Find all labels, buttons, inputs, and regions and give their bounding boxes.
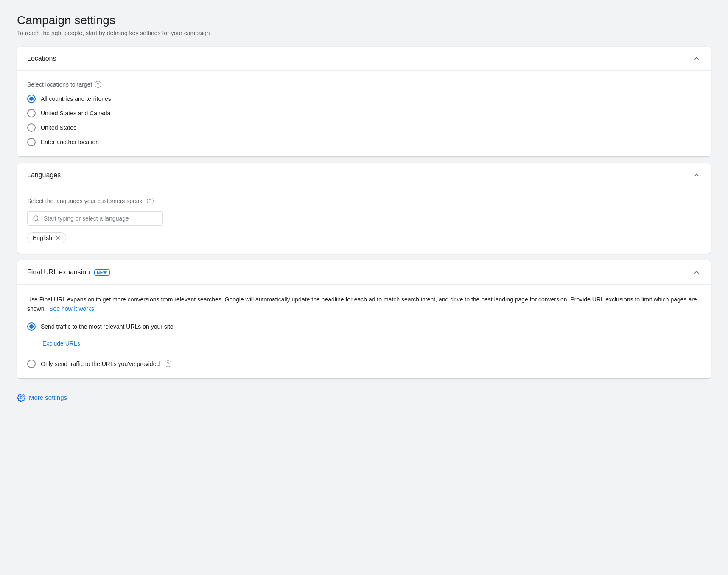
language-search-wrapper	[27, 211, 163, 226]
locations-section-label: Select locations to target ?	[27, 81, 701, 88]
svg-point-2	[20, 396, 22, 399]
exclude-urls-link[interactable]: Exclude URLs	[42, 340, 701, 347]
final-url-description: Use Final URL expansion to get more conv…	[27, 295, 701, 314]
final-url-option-provided-only[interactable]: Only send traffic to the URLs you've pro…	[27, 360, 701, 368]
languages-card-body: Select the languages your customers spea…	[17, 187, 711, 254]
provided-only-help-icon[interactable]: ?	[165, 360, 171, 367]
svg-point-0	[34, 216, 38, 221]
location-option-us-canada[interactable]: United States and Canada	[27, 109, 701, 117]
radio-provided-only	[27, 360, 36, 368]
more-settings-label: More settings	[29, 394, 67, 401]
selected-languages: English ✕	[27, 232, 701, 243]
final-url-card-body: Use Final URL expansion to get more conv…	[17, 285, 711, 378]
languages-help-icon[interactable]: ?	[147, 198, 154, 204]
language-search-icon	[33, 215, 39, 222]
final-url-option-most-relevant[interactable]: Send traffic to the most relevant URLs o…	[27, 322, 701, 331]
final-url-collapse-icon	[692, 268, 701, 276]
locations-card: Locations Select locations to target ? A…	[17, 47, 711, 156]
radio-most-relevant	[27, 322, 36, 331]
svg-line-1	[37, 220, 39, 221]
locations-section-title: Locations	[27, 55, 56, 62]
languages-label-text: Select the languages your customers spea…	[27, 198, 144, 204]
language-tag-label: English	[33, 234, 52, 241]
final-url-description-text: Use Final URL expansion to get more conv…	[27, 296, 697, 312]
languages-card: Languages Select the languages your cust…	[17, 163, 711, 254]
more-settings-row[interactable]: More settings	[17, 385, 711, 402]
final-url-title-text: Final URL expansion	[27, 268, 90, 276]
radio-us-canada	[27, 109, 36, 117]
location-option-other[interactable]: Enter another location	[27, 138, 701, 146]
see-how-it-works-link[interactable]: See how it works	[49, 305, 94, 312]
more-settings-gear-icon	[17, 394, 25, 402]
locations-radio-group: All countries and territories United Sta…	[27, 95, 701, 146]
new-badge: NEW	[94, 269, 110, 276]
languages-section-label: Select the languages your customers spea…	[27, 198, 701, 204]
languages-section-title: Languages	[27, 171, 61, 179]
page-subtitle: To reach the right people, start by defi…	[17, 30, 711, 36]
languages-card-header[interactable]: Languages	[17, 163, 711, 187]
final-url-card-header[interactable]: Final URL expansion NEW	[17, 260, 711, 285]
language-tag-remove-english[interactable]: ✕	[56, 235, 61, 241]
location-option-us[interactable]: United States	[27, 123, 701, 132]
languages-collapse-icon	[692, 171, 701, 179]
radio-us	[27, 123, 36, 132]
radio-all-countries	[27, 95, 36, 103]
locations-card-body: Select locations to target ? All countri…	[17, 71, 711, 156]
language-tag-english: English ✕	[27, 232, 66, 243]
locations-label-text: Select locations to target	[27, 81, 92, 88]
final-url-section-title: Final URL expansion NEW	[27, 268, 110, 276]
locations-collapse-icon	[692, 54, 701, 63]
location-option-all[interactable]: All countries and territories	[27, 95, 701, 103]
language-search-input[interactable]	[44, 215, 157, 222]
page-title: Campaign settings	[17, 14, 711, 27]
locations-help-icon[interactable]: ?	[95, 81, 101, 88]
final-url-expansion-card: Final URL expansion NEW Use Final URL ex…	[17, 260, 711, 378]
final-url-radio-group: Send traffic to the most relevant URLs o…	[27, 322, 701, 368]
radio-other	[27, 138, 36, 146]
locations-card-header[interactable]: Locations	[17, 47, 711, 71]
